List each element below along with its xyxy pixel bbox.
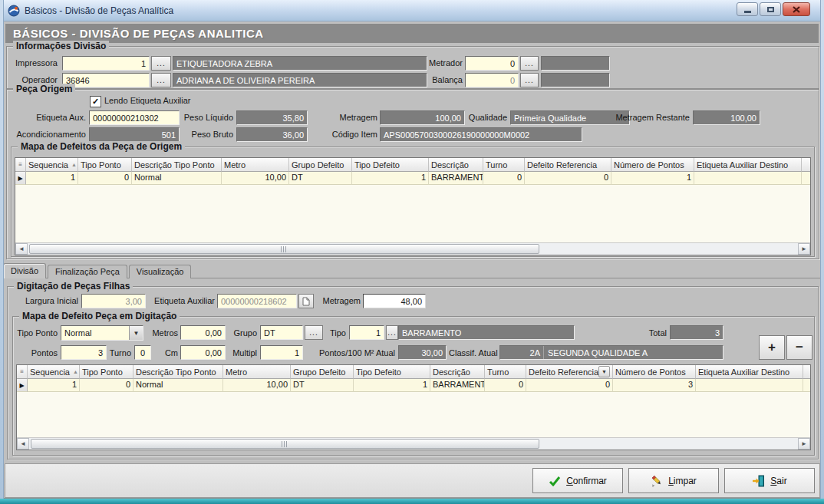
- table-row[interactable]: ▶10Normal10,00DT1BARRAMENTO003: [17, 379, 810, 392]
- scroll-left-icon: ◄: [18, 245, 25, 252]
- tab-finalizacao-peca[interactable]: Finalização Peça: [48, 265, 127, 278]
- maximize-button[interactable]: [760, 2, 781, 16]
- acondicionamento-label: Acondicionamento: [13, 128, 86, 141]
- pontos-label: Pontos: [21, 347, 58, 360]
- column-header-tipo-ponto[interactable]: Tipo Ponto: [78, 158, 132, 172]
- defeitos-origem-grid[interactable]: ≡Sequencia▲Tipo PontoDescrição Tipo Pont…: [15, 157, 811, 255]
- column-header-label: Descrição Tipo Ponto: [136, 367, 216, 377]
- column-header-defeito-referencia[interactable]: Defeito Referencia: [525, 158, 611, 172]
- tipo-browse-button[interactable]: ...: [386, 325, 398, 340]
- nova-etiqueta-button[interactable]: [298, 294, 314, 308]
- filter-dropdown-button[interactable]: ▼: [598, 366, 610, 377]
- grid-cell[interactable]: 1: [352, 172, 429, 185]
- grid-corner-button[interactable]: ≡: [17, 365, 28, 379]
- metros-field[interactable]: 0,00: [180, 325, 226, 340]
- impressora-browse-button[interactable]: ...: [151, 56, 171, 71]
- column-header-sequencia[interactable]: Sequencia▲: [26, 158, 78, 172]
- column-header-sequencia[interactable]: Sequencia▲: [28, 365, 80, 379]
- grid-cell[interactable]: BARRAMENTO: [429, 172, 483, 185]
- grid-cell[interactable]: 10,00: [223, 379, 291, 392]
- column-header-tipo-defeito[interactable]: Tipo Defeito: [352, 158, 429, 172]
- combo-arrow-button[interactable]: ▼: [129, 326, 143, 340]
- column-header-tipo-ponto[interactable]: Tipo Ponto: [80, 365, 133, 379]
- grid-cell[interactable]: [694, 172, 802, 185]
- minimize-button[interactable]: [737, 2, 758, 16]
- close-button[interactable]: [783, 2, 810, 16]
- grid-cell[interactable]: 1: [611, 172, 694, 185]
- tipo-field[interactable]: 1: [349, 325, 384, 340]
- etiqueta-aux-field[interactable]: 00000000210302: [89, 110, 180, 125]
- confirmar-button[interactable]: Confirmar: [532, 468, 623, 493]
- title-bar[interactable]: Básicos - Divisão de Peças Analítica: [0, 0, 824, 21]
- grid-cell[interactable]: Normal: [133, 379, 223, 392]
- metragem-field[interactable]: 48,00: [363, 294, 426, 308]
- grid-cell[interactable]: BARRAMENTO: [430, 379, 485, 392]
- remove-defeito-button[interactable]: −: [786, 335, 812, 360]
- cm-field[interactable]: 0,00: [180, 345, 226, 360]
- column-header-metro[interactable]: Metro: [222, 158, 289, 172]
- scrollbar-thumb[interactable]: [29, 244, 539, 254]
- grupo-field[interactable]: DT: [260, 325, 303, 340]
- column-header-descri-o[interactable]: Descrição: [429, 158, 483, 172]
- column-header-metro[interactable]: Metro: [223, 365, 291, 379]
- metrador-browse-button[interactable]: ...: [520, 56, 539, 71]
- grid-cell[interactable]: 10,00: [222, 172, 289, 185]
- minimize-icon: [744, 11, 751, 13]
- table-row[interactable]: ▶10Normal10,00DT1BARRAMENTO001: [15, 172, 810, 185]
- horizontal-scrollbar[interactable]: ◄ ►: [15, 242, 810, 255]
- lendo-etiqueta-checkbox[interactable]: ✓: [90, 96, 101, 107]
- metrador-field[interactable]: 0: [465, 56, 519, 71]
- operador-browse-button[interactable]: ...: [151, 73, 171, 87]
- defeitos-digitacao-grid[interactable]: ≡Sequencia▲Tipo PontoDescrição Tipo Pont…: [16, 364, 811, 450]
- add-defeito-button[interactable]: +: [759, 335, 785, 360]
- scroll-left-button[interactable]: ◄: [17, 438, 29, 450]
- scroll-left-button[interactable]: ◄: [15, 243, 28, 255]
- sair-button[interactable]: Sair: [724, 468, 815, 493]
- scrollbar-thumb[interactable]: [31, 439, 539, 449]
- column-header-descri-o-tipo-ponto[interactable]: Descrição Tipo Ponto: [133, 365, 223, 379]
- grid-cell[interactable]: 1: [28, 379, 80, 392]
- scrollbar-track[interactable]: [29, 438, 798, 450]
- grid-corner-button[interactable]: ≡: [15, 158, 26, 172]
- multipl-field[interactable]: 1: [260, 345, 303, 360]
- grid-cell[interactable]: 1: [354, 379, 430, 392]
- grid-cell[interactable]: [696, 379, 803, 392]
- column-header-descri-o[interactable]: Descrição: [430, 365, 485, 379]
- column-header-descri-o-tipo-ponto[interactable]: Descrição Tipo Ponto: [132, 158, 222, 172]
- grid-cell[interactable]: 0: [485, 379, 526, 392]
- impressora-field[interactable]: 1: [62, 56, 150, 71]
- etiqueta-aux-label: Etiqueta Aux.: [13, 111, 86, 124]
- scroll-right-button[interactable]: ►: [798, 438, 810, 450]
- column-header-etiqueta-auxiliar-destino[interactable]: Etiqueta Auxiliar Destino: [696, 365, 803, 379]
- grid-cell[interactable]: DT: [289, 172, 352, 185]
- grid-cell[interactable]: 0: [483, 172, 525, 185]
- column-header-grupo-defeito[interactable]: Grupo Defeito: [291, 365, 354, 379]
- grid-cell[interactable]: 0: [525, 172, 611, 185]
- grid-cell[interactable]: DT: [291, 379, 354, 392]
- balanca-browse-button[interactable]: ...: [520, 73, 539, 87]
- column-header-etiqueta-auxiliar-destino[interactable]: Etiqueta Auxiliar Destino: [694, 158, 802, 172]
- turno-field[interactable]: 0: [134, 345, 151, 360]
- tab-divisao[interactable]: Divisão: [3, 263, 46, 278]
- close-icon: [793, 6, 800, 13]
- grid-cell[interactable]: Normal: [132, 172, 222, 185]
- grid-cell[interactable]: 1: [26, 172, 78, 185]
- scroll-right-button[interactable]: ►: [798, 243, 810, 255]
- column-header-n-mero-de-pontos[interactable]: Número de Pontos: [613, 365, 696, 379]
- column-header-turno[interactable]: Turno: [483, 158, 525, 172]
- grid-cell[interactable]: 0: [80, 379, 133, 392]
- tab-visualizacao[interactable]: Visualização: [129, 265, 192, 278]
- column-header-n-mero-de-pontos[interactable]: Número de Pontos: [611, 158, 694, 172]
- pontos-field[interactable]: 3: [61, 345, 107, 360]
- column-header-tipo-defeito[interactable]: Tipo Defeito: [354, 365, 430, 379]
- column-header-turno[interactable]: Turno: [485, 365, 526, 379]
- scrollbar-track[interactable]: [28, 243, 798, 255]
- horizontal-scrollbar[interactable]: ◄ ►: [17, 437, 810, 450]
- grid-cell[interactable]: 0: [78, 172, 132, 185]
- grid-cell[interactable]: 3: [613, 379, 696, 392]
- grid-cell[interactable]: 0: [526, 379, 613, 392]
- column-header-defeito-referencia[interactable]: Defeito Referencia▼: [526, 365, 613, 379]
- limpar-button[interactable]: Limpar: [628, 468, 719, 493]
- column-header-grupo-defeito[interactable]: Grupo Defeito: [289, 158, 352, 172]
- tipo-ponto-combobox[interactable]: Normal ▼: [61, 325, 143, 341]
